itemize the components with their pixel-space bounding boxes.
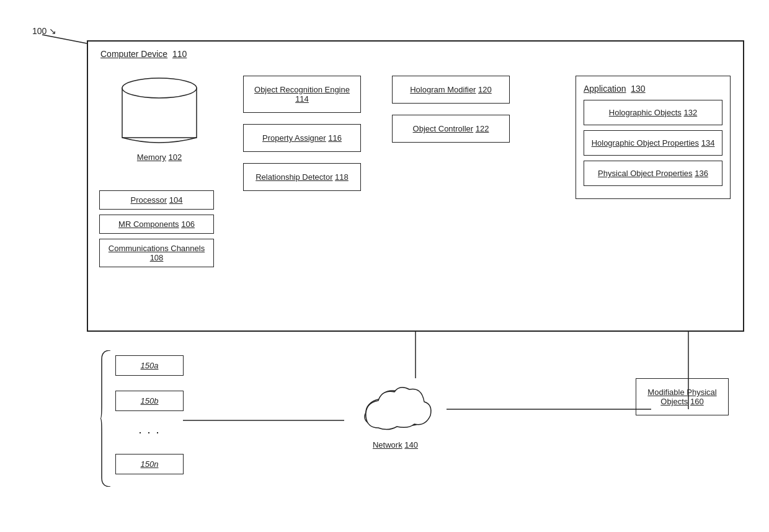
dots: · · ·	[115, 426, 184, 439]
svg-point-1	[122, 78, 197, 98]
application-label: Application 130	[584, 84, 722, 94]
network-cloud-icon	[352, 378, 439, 434]
holographic-object-properties-box: Holographic Object Properties 134	[584, 130, 722, 156]
memory-label: Memory 102	[107, 153, 212, 162]
mr-components-box: MR Components 106	[99, 215, 214, 234]
hologram-modifier-box: Hologram Modifier 120	[392, 76, 510, 104]
middle-section: Object Recognition Engine 114 Property A…	[243, 76, 373, 202]
physical-object-properties-box: Physical Object Properties 136	[584, 161, 722, 186]
left-boxes: Processor 104 MR Components 106 Communic…	[99, 190, 214, 272]
communications-channels-box: Communications Channels 108	[99, 239, 214, 267]
property-assigner-box: Property Assigner 116	[243, 124, 361, 152]
network-label: Network 140	[344, 440, 447, 450]
ref-100-label: 100 ↘	[32, 26, 56, 36]
device-boxes: 150a 150b · · · 150n	[115, 355, 184, 482]
hologram-section: Hologram Modifier 120 Object Controller …	[392, 76, 522, 154]
object-recognition-box: Object Recognition Engine 114	[243, 76, 361, 113]
relationship-detector-box: Relationship Detector 118	[243, 163, 361, 191]
processor-box: Processor 104	[99, 190, 214, 210]
svg-line-16	[42, 35, 87, 43]
device-box-b: 150b	[115, 391, 184, 411]
diagram: 100 ↘ Computer Device 110 Memory 102 Pro…	[0, 0, 769, 532]
object-controller-box: Object Controller 122	[392, 115, 510, 143]
network-area: Network 140	[344, 378, 447, 450]
modifiable-physical-objects-box: Modifiable Physical Objects 160	[636, 378, 729, 415]
application-box: Application 130 Holographic Objects 132 …	[576, 76, 731, 199]
computer-device-box: Computer Device 110 Memory 102 Processor…	[87, 40, 744, 332]
computer-device-label: Computer Device 110	[100, 49, 187, 59]
memory-cylinder-icon	[116, 76, 203, 150]
memory-area: Memory 102	[107, 76, 212, 162]
device-box-n: 150n	[115, 454, 184, 474]
devices-group: 150a 150b · · · 150n	[99, 350, 184, 487]
curly-brace-icon	[99, 350, 113, 487]
holographic-objects-box: Holographic Objects 132	[584, 100, 722, 125]
device-box-a: 150a	[115, 355, 184, 376]
